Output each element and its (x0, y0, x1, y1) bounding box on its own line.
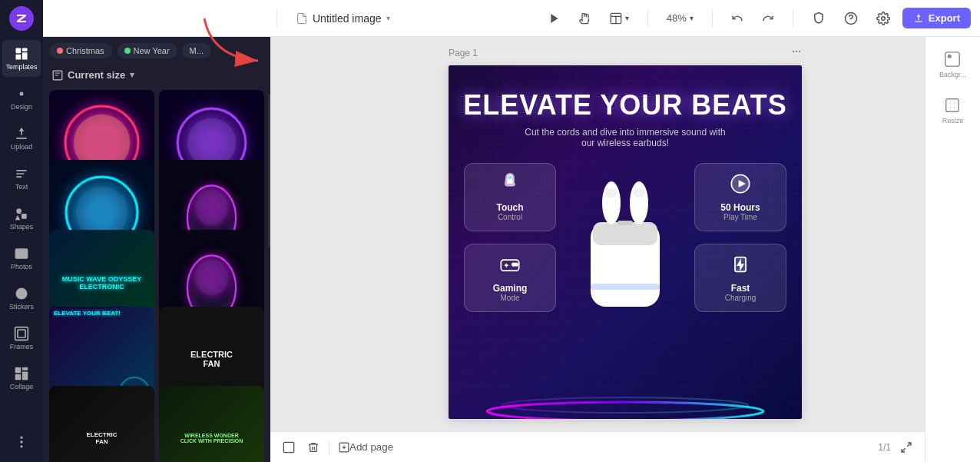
svg-rect-3 (22, 52, 28, 59)
right-panel: Backgr... Resize (925, 37, 980, 462)
resize-icon (944, 97, 961, 114)
svg-rect-14 (15, 367, 22, 374)
svg-line-64 (902, 448, 906, 452)
template-label-electric-fan: ELECTRICFAN (190, 350, 233, 368)
settings-button[interactable] (870, 8, 896, 28)
svg-point-42 (633, 188, 645, 198)
top-bar-divider (276, 9, 277, 28)
svg-rect-13 (18, 330, 25, 337)
gaming-icon (474, 254, 546, 280)
zoom-divider (647, 9, 648, 28)
top-bar: Untitled image ▾ ▾ 48% ▾ (43, 0, 980, 37)
svg-point-36 (508, 175, 512, 179)
svg-rect-7 (15, 248, 28, 258)
template-item-wireless[interactable]: WIRELESS WONDERCLICK WITH PRECISION (159, 386, 264, 462)
add-page-icon (339, 442, 349, 453)
undo-divider (712, 9, 713, 28)
tag-more[interactable]: M... (182, 43, 211, 58)
page-label-row: Page 1 (449, 37, 802, 65)
hand-tool-button[interactable] (573, 9, 598, 28)
sidebar-item-text[interactable]: Text (2, 160, 41, 197)
svg-rect-56 (945, 52, 959, 66)
current-size-button[interactable]: Current size ▾ (43, 65, 270, 85)
svg-point-57 (949, 55, 952, 58)
canvas-features: Touch Control (464, 161, 786, 314)
svg-point-35 (799, 51, 800, 52)
charging-icon (704, 254, 776, 280)
shield-icon-button[interactable] (806, 8, 832, 28)
export-button[interactable]: Export (902, 8, 971, 28)
canvas-container[interactable]: ELEVATE YOUR BEATS Cut the cords and div… (449, 65, 802, 419)
sidebar-item-shapes[interactable]: Shapes (2, 200, 41, 237)
sidebar-item-design[interactable]: Design (2, 80, 41, 117)
feature-fast-charging: Fast Charging (694, 244, 786, 312)
earbuds-svg (564, 161, 687, 314)
bottom-right-tools: 1/1 (878, 438, 915, 457)
svg-marker-27 (551, 14, 558, 23)
play-button[interactable] (542, 9, 567, 28)
svg-rect-12 (15, 327, 28, 341)
sidebar-item-photos[interactable]: Photos (2, 240, 41, 277)
feature-touch-control: Touch Control (464, 163, 556, 231)
svg-rect-44 (591, 284, 660, 290)
template-grid: MUSIC WAVE ODYSSEYELECTRONIC ELEVATE YOU… (43, 85, 270, 462)
svg-point-18 (20, 437, 22, 439)
expand-canvas-button[interactable] (897, 438, 915, 457)
icon-sidebar: Templates Design Upload Text Shapes Phot… (0, 0, 43, 462)
tag-new-year[interactable]: New Year (117, 43, 177, 58)
current-size-icon (52, 70, 63, 81)
document-icon (296, 12, 308, 25)
svg-rect-0 (16, 48, 22, 54)
svg-rect-59 (283, 442, 293, 452)
sidebar-item-collage[interactable]: Collage (2, 360, 41, 397)
page-count: 1/1 (878, 442, 891, 453)
svg-point-11 (22, 291, 25, 294)
svg-rect-15 (22, 367, 28, 371)
template-label-music: MUSIC WAVE ODYSSEYELECTRONIC (62, 275, 141, 291)
feature-play-time: 50 Hours Play Time (694, 163, 786, 231)
sidebar-item-upload[interactable]: Upload (2, 120, 41, 157)
redo-button[interactable] (756, 9, 780, 28)
layout-button[interactable]: ▾ (604, 9, 635, 28)
template-item-electric2[interactable]: ELECTRICFAN (49, 386, 154, 462)
play-icon (704, 173, 776, 199)
svg-point-51 (515, 263, 518, 266)
add-page-button[interactable]: Add page (336, 438, 396, 456)
brand-logo[interactable] (9, 6, 34, 31)
document-title[interactable]: Untitled image ▾ (283, 12, 402, 25)
svg-point-4 (20, 92, 24, 96)
svg-line-63 (907, 443, 911, 447)
sidebar-item-templates[interactable]: Templates (2, 40, 41, 77)
earbuds-product (564, 161, 687, 314)
resize-panel-item[interactable]: Resize (938, 92, 968, 129)
background-icon (944, 51, 961, 68)
feature-gaming-mode: Gaming Mode (464, 244, 556, 312)
svg-point-9 (16, 288, 28, 300)
zoom-control[interactable]: 48% ▾ (661, 9, 700, 27)
template-label-elevate: ELEVATE YOUR BEAT! (54, 310, 121, 317)
svg-point-33 (793, 51, 794, 52)
undo-button[interactable] (725, 9, 750, 28)
template-label-electric2: ELECTRICFAN (87, 431, 118, 445)
help-button[interactable] (838, 8, 864, 28)
svg-point-5 (16, 208, 22, 214)
page-thumbnail-button[interactable] (280, 438, 298, 457)
export-icon (913, 13, 924, 24)
sidebar-item-stickers[interactable]: Stickers (2, 280, 41, 317)
sidebar-item-more[interactable] (2, 428, 41, 456)
svg-point-19 (20, 440, 22, 443)
sidebar-item-frames[interactable]: Frames (2, 320, 41, 357)
svg-point-32 (882, 16, 886, 20)
svg-rect-58 (946, 99, 959, 112)
page-options-button[interactable] (791, 46, 802, 59)
top-bar-tools: ▾ 48% ▾ Export (542, 8, 980, 28)
svg-rect-2 (16, 55, 22, 60)
template-label-wireless: WIRELESS WONDERCLICK WITH PRECISION (180, 433, 243, 444)
canvas-headline: ELEVATE YOUR BEATS (463, 90, 786, 121)
background-panel-item[interactable]: Backgr... (935, 46, 971, 83)
svg-point-10 (18, 291, 21, 294)
svg-rect-1 (22, 48, 28, 52)
tag-christmas[interactable]: Christmas (49, 43, 112, 58)
search-panel: neon Christmas New (43, 0, 270, 462)
delete-page-button[interactable] (304, 438, 323, 457)
